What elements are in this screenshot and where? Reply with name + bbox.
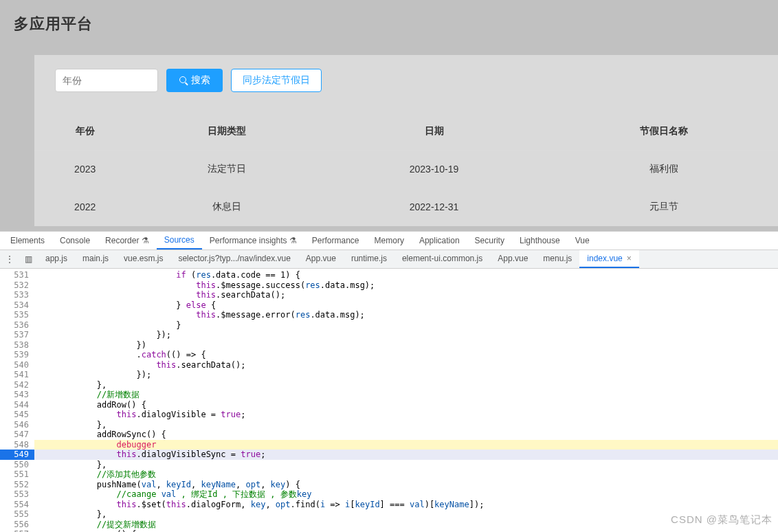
code-content: if (res.data.code == 1) { this.$message.… (34, 269, 778, 532)
file-tab[interactable]: runtime.js (344, 250, 394, 268)
search-button[interactable]: 搜索 (166, 69, 223, 92)
watermark: CSDN @菜鸟笔记本 (671, 513, 773, 527)
file-tab[interactable]: app.js (38, 250, 75, 268)
devtools-tab-performance[interactable]: Performance (304, 232, 367, 249)
close-icon[interactable]: × (627, 254, 632, 263)
devtools-panel: ElementsConsoleRecorder ⚗SourcesPerforma… (0, 231, 778, 532)
controls-row: 搜索 同步法定节假日 (34, 69, 778, 92)
search-icon (179, 76, 188, 85)
devtools-tab-application[interactable]: Application (412, 232, 467, 249)
th-year: 年份 (34, 113, 135, 151)
file-tab[interactable]: vue.esm.js (116, 250, 170, 268)
file-tab[interactable]: index.vue× (579, 250, 638, 268)
devtools-tab-performanceinsights[interactable]: Performance insights ⚗ (202, 232, 304, 249)
devtools-file-tabs: ⋮ ▥ app.jsmain.jsvue.esm.jsselector.js?t… (0, 250, 778, 269)
th-type: 日期类型 (135, 113, 318, 151)
file-tab[interactable]: element-ui.common.js (394, 250, 490, 268)
file-tab[interactable]: selector.js?typ.../nav/index.vue (170, 250, 298, 268)
line-gutter: 5315325335345355365375385395405415425435… (0, 269, 34, 532)
app-title: 多应用平台 (14, 14, 778, 34)
table-row[interactable]: 2023 法定节日 2023-10-19 福利假 (34, 151, 778, 188)
devtools-tab-lighthouse[interactable]: Lighthouse (512, 232, 568, 249)
file-tab[interactable]: main.js (75, 250, 116, 268)
devtools-tab-memory[interactable]: Memory (367, 232, 412, 249)
table-header-row: 年份 日期类型 日期 节假日名称 (34, 113, 778, 151)
devtools-tabs: ElementsConsoleRecorder ⚗SourcesPerforma… (0, 232, 778, 250)
more-tabs-icon[interactable]: ⋮ (0, 254, 19, 264)
devtools-tab-console[interactable]: Console (52, 232, 98, 249)
sync-button-label: 同步法定节假日 (243, 74, 310, 85)
th-date: 日期 (318, 113, 551, 151)
devtools-tab-recorder[interactable]: Recorder ⚗ (98, 232, 157, 249)
file-tab[interactable]: App.vue (298, 250, 344, 268)
devtools-tab-elements[interactable]: Elements (3, 232, 52, 249)
year-input[interactable] (55, 69, 158, 92)
table-row[interactable]: 2022 休息日 2022-12-31 元旦节 (34, 188, 778, 226)
data-table: 年份 日期类型 日期 节假日名称 2023 法定节日 2023-10-19 福利… (34, 113, 778, 226)
search-button-label: 搜索 (191, 74, 210, 87)
devtools-tab-sources[interactable]: Sources (157, 232, 202, 250)
devtools-tab-vue[interactable]: Vue (568, 232, 597, 249)
file-tab[interactable]: App.vue (490, 250, 535, 268)
app-area: 多应用平台 搜索 同步法定节假日 年份 日期类型 日期 节假日名称 (0, 0, 778, 231)
sync-holiday-button[interactable]: 同步法定节假日 (231, 69, 322, 92)
code-editor[interactable]: 5315325335345355365375385395405415425435… (0, 269, 778, 532)
th-name: 节假日名称 (551, 113, 778, 151)
navigator-toggle-icon[interactable]: ▥ (19, 254, 38, 264)
devtools-tab-security[interactable]: Security (467, 232, 512, 249)
file-tab[interactable]: menu.js (535, 250, 579, 268)
app-content: 搜索 同步法定节假日 年份 日期类型 日期 节假日名称 2023 法定节日 (34, 55, 778, 226)
